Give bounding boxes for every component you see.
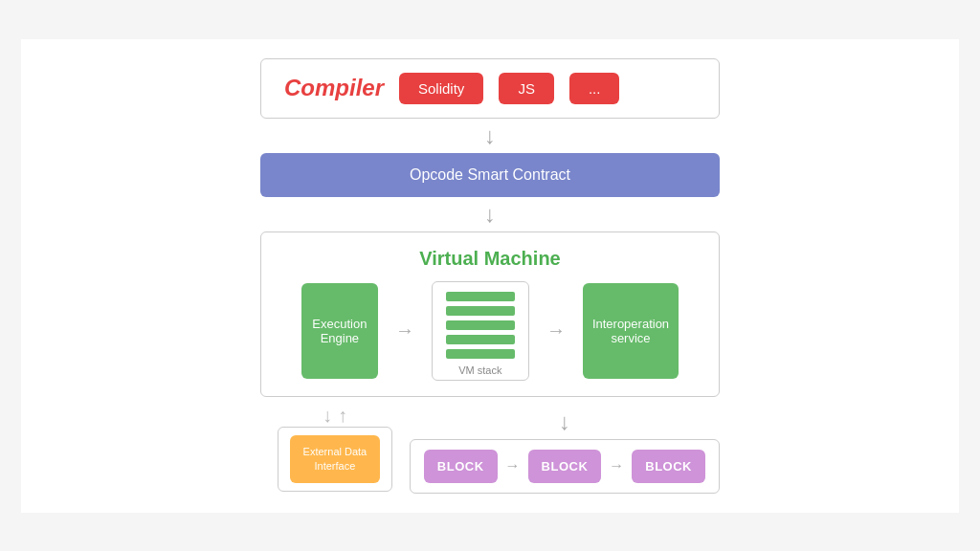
js-button[interactable]: JS [499, 73, 554, 104]
opcode-label: Opcode Smart Contract [410, 166, 570, 183]
arrow-up-left: ↑ [338, 405, 347, 427]
ellipsis-button[interactable]: ... [569, 73, 620, 104]
interoperation-label: Interoperationservice [592, 317, 669, 345]
external-data-inner: External DataInterface [290, 435, 381, 484]
execution-engine-block: ExecutionEngine [301, 283, 378, 379]
bottom-right: ↓ BLOCK → BLOCK → BLOCK [410, 405, 720, 494]
opcode-box: Opcode Smart Contract [260, 153, 720, 197]
block-arrow-2: → [609, 457, 624, 474]
arrow-right-1: → [395, 320, 414, 342]
stack-bar-3 [446, 320, 515, 330]
stack-bar-2 [446, 306, 515, 316]
vm-inner-row: ExecutionEngine → VM stack → Interoperat… [277, 281, 703, 381]
diagram: Compiler Solidity JS ... ↓ Opcode Smart … [21, 39, 959, 513]
bottom-row: ↓ ↑ External DataInterface ↓ BLOCK → BLO… [260, 405, 720, 494]
arrow-down-1: ↓ [484, 124, 496, 147]
vm-title: Virtual Machine [419, 248, 560, 270]
arrow-down-3: ↓ [559, 410, 570, 433]
compiler-label: Compiler [284, 75, 384, 101]
arrow-down-2: ↓ [484, 203, 496, 226]
block-arrow-1: → [505, 457, 521, 474]
arrow-down-left: ↓ [323, 405, 332, 427]
up-down-arrows: ↓ ↑ [323, 405, 347, 427]
block-2: BLOCK [528, 450, 602, 483]
stack-bar-4 [446, 335, 515, 344]
vm-stack-box: VM stack [432, 281, 529, 381]
solidity-button[interactable]: Solidity [399, 73, 483, 104]
compiler-box: Compiler Solidity JS ... [260, 58, 720, 119]
bottom-left: ↓ ↑ External DataInterface [260, 405, 410, 494]
stack-bar-5 [446, 349, 515, 359]
vm-stack-label: VM stack [458, 364, 501, 376]
block-3: BLOCK [632, 450, 705, 483]
blocks-box: BLOCK → BLOCK → BLOCK [410, 439, 720, 494]
execution-engine-label: ExecutionEngine [312, 317, 367, 345]
external-data-box: External DataInterface [278, 427, 393, 493]
external-data-label: External DataInterface [303, 446, 368, 472]
block-1: BLOCK [424, 450, 498, 483]
arrow-right-2: → [546, 320, 566, 342]
vm-stack-bars [446, 292, 515, 359]
interoperation-block: Interoperationservice [583, 283, 679, 379]
vm-outer-box: Virtual Machine ExecutionEngine → VM sta… [260, 231, 720, 397]
stack-bar-1 [446, 292, 515, 301]
